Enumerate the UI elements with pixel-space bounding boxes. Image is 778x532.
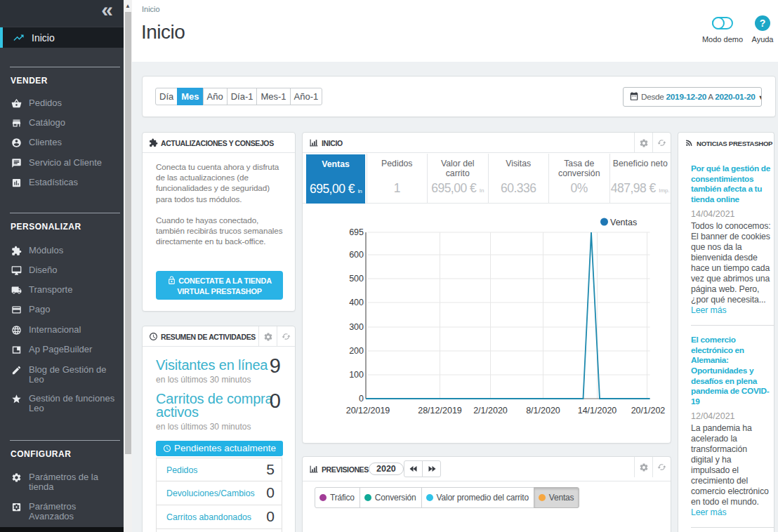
svg-text:20/1/202: 20/1/202 (631, 406, 666, 415)
svg-text:Ventas: Ventas (610, 218, 637, 227)
svg-text:695: 695 (349, 227, 364, 237)
svg-text:200: 200 (349, 346, 364, 356)
svg-text:400: 400 (349, 298, 364, 307)
svg-text:500: 500 (349, 274, 364, 284)
svg-text:?: ? (760, 18, 766, 29)
svg-text:100: 100 (349, 370, 364, 380)
svg-text:14/1/2020: 14/1/2020 (578, 406, 617, 415)
svg-text:20/12/2019: 20/12/2019 (346, 406, 390, 415)
svg-text:0: 0 (359, 394, 364, 404)
svg-text:600: 600 (349, 250, 364, 260)
svg-text:28/12/2019: 28/12/2019 (418, 406, 462, 415)
svg-text:2/1/2020: 2/1/2020 (473, 406, 508, 415)
svg-text:8/1/2020: 8/1/2020 (526, 406, 560, 415)
svg-text:300: 300 (349, 322, 364, 332)
